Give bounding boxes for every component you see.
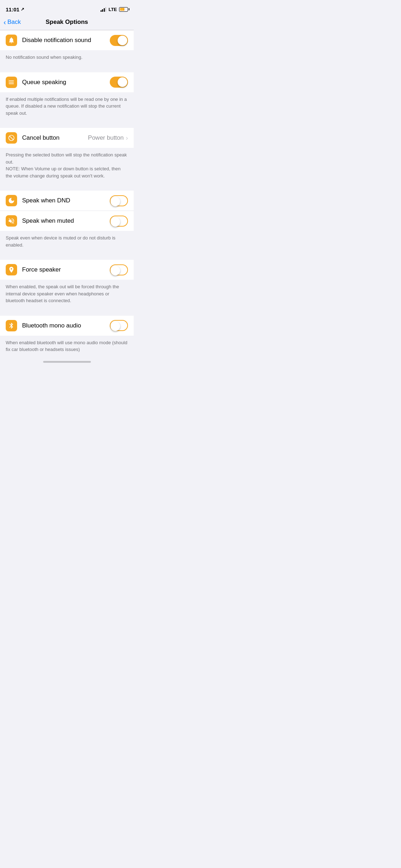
section-queue-speaking: Queue speaking xyxy=(0,72,134,92)
label-bluetooth-mono-audio: Bluetooth mono audio xyxy=(22,322,110,329)
desc-force-speaker: When enabled, the speak out will be forc… xyxy=(0,280,134,309)
label-force-speaker: Force speaker xyxy=(22,266,110,273)
status-right: LTE ⚡ xyxy=(101,7,128,12)
location-icon xyxy=(8,266,15,273)
bell-icon xyxy=(8,37,15,44)
toggle-bluetooth-mono-audio[interactable] xyxy=(110,320,128,331)
label-disable-notification-sound: Disable notification sound xyxy=(22,37,110,44)
row-cancel-button[interactable]: Cancel button Power button › xyxy=(0,128,134,148)
icon-box-moon xyxy=(6,195,17,206)
nav-bar: ‹ Back Speak Options xyxy=(0,16,134,30)
signal-bar-3 xyxy=(104,8,105,12)
spacer-3 xyxy=(0,184,134,191)
toggle-thumb xyxy=(118,36,127,45)
location-icon: ↗ xyxy=(21,7,24,12)
section-force-speaker: Force speaker xyxy=(0,260,134,280)
cancel-icon xyxy=(8,134,15,141)
muted-icon xyxy=(8,217,15,224)
toggle-speak-when-muted[interactable] xyxy=(110,216,128,227)
battery-icon: ⚡ xyxy=(119,7,128,12)
row-queue-speaking: Queue speaking xyxy=(0,72,134,92)
lte-indicator: LTE xyxy=(108,7,117,12)
desc-text-queue-speaking: If enabled multiple notifications will b… xyxy=(6,97,127,116)
chevron-left-icon: ‹ xyxy=(4,19,6,26)
icon-box-muted xyxy=(6,215,17,227)
status-time: 11:01 ↗ xyxy=(6,6,24,12)
icon-box-bell xyxy=(6,35,17,46)
desc-text-cancel-button: Pressing the selected button will stop t… xyxy=(6,152,127,179)
row-force-speaker: Force speaker xyxy=(0,260,134,280)
row-bluetooth-mono-audio: Bluetooth mono audio xyxy=(0,316,134,336)
moon-icon xyxy=(8,197,15,204)
page-title: Speak Options xyxy=(46,19,88,26)
label-cancel-button: Cancel button xyxy=(22,134,88,141)
toggle-thumb-bluetooth xyxy=(110,321,120,331)
signal-bar-4 xyxy=(105,7,106,12)
signal-bars xyxy=(101,7,107,12)
label-speak-when-muted: Speak when muted xyxy=(22,217,110,224)
label-queue-speaking: Queue speaking xyxy=(22,79,110,86)
cancel-button-value: Power button xyxy=(88,134,124,141)
spacer-2 xyxy=(0,122,134,128)
queue-icon xyxy=(8,79,15,86)
desc-text-force-speaker: When enabled, the speak out will be forc… xyxy=(6,284,119,303)
desc-text-bluetooth-mono: When enabled bluetooth will use mono aud… xyxy=(6,340,127,352)
section-disable-notification: Disable notification sound xyxy=(0,30,134,50)
signal-bar-2 xyxy=(102,9,103,12)
back-label: Back xyxy=(7,19,21,26)
chevron-right-icon: › xyxy=(126,134,128,142)
row-speak-when-muted: Speak when muted xyxy=(0,211,134,231)
label-speak-when-dnd: Speak when DND xyxy=(22,197,110,204)
bluetooth-icon xyxy=(8,322,15,329)
section-cancel-button: Cancel button Power button › xyxy=(0,128,134,148)
toggle-thumb-queue xyxy=(118,77,127,87)
status-bar: 11:01 ↗ LTE ⚡ xyxy=(0,0,134,16)
desc-bluetooth-mono: When enabled bluetooth will use mono aud… xyxy=(0,336,134,358)
spacer-1 xyxy=(0,66,134,72)
section-dnd-muted: Speak when DND Speak when muted xyxy=(0,191,134,231)
home-indicator-area xyxy=(0,358,134,365)
desc-dnd-muted: Speak even when device is muted or do no… xyxy=(0,231,134,253)
desc-disable-notification: No notification sound when speaking. xyxy=(0,50,134,66)
row-speak-when-dnd: Speak when DND xyxy=(0,191,134,211)
battery-container: ⚡ xyxy=(119,7,128,12)
desc-text-disable-notification: No notification sound when speaking. xyxy=(6,55,82,60)
toggle-disable-notification-sound[interactable] xyxy=(110,35,128,46)
toggle-thumb-force-speaker xyxy=(110,266,120,275)
toggle-thumb-dnd xyxy=(110,197,120,206)
icon-box-bluetooth xyxy=(6,320,17,331)
desc-queue-speaking: If enabled multiple notifications will b… xyxy=(0,92,134,122)
icon-box-cancel xyxy=(6,132,17,144)
battery-bolt: ⚡ xyxy=(120,8,124,11)
toggle-queue-speaking[interactable] xyxy=(110,77,128,88)
desc-cancel-button: Pressing the selected button will stop t… xyxy=(0,148,134,184)
desc-text-dnd-muted: Speak even when device is muted or do no… xyxy=(6,235,115,248)
home-bar xyxy=(43,361,91,363)
time-display: 11:01 xyxy=(6,6,19,12)
toggle-thumb-muted xyxy=(110,217,120,227)
battery-fill: ⚡ xyxy=(120,8,124,11)
section-bluetooth-mono: Bluetooth mono audio xyxy=(0,316,134,336)
toggle-speak-when-dnd[interactable] xyxy=(110,195,128,206)
row-disable-notification-sound: Disable notification sound xyxy=(0,30,134,50)
icon-box-location xyxy=(6,264,17,275)
spacer-4 xyxy=(0,253,134,260)
back-button[interactable]: ‹ Back xyxy=(4,19,21,26)
toggle-force-speaker[interactable] xyxy=(110,264,128,275)
icon-box-queue xyxy=(6,77,17,88)
spacer-5 xyxy=(0,309,134,316)
signal-bar-1 xyxy=(101,10,102,12)
